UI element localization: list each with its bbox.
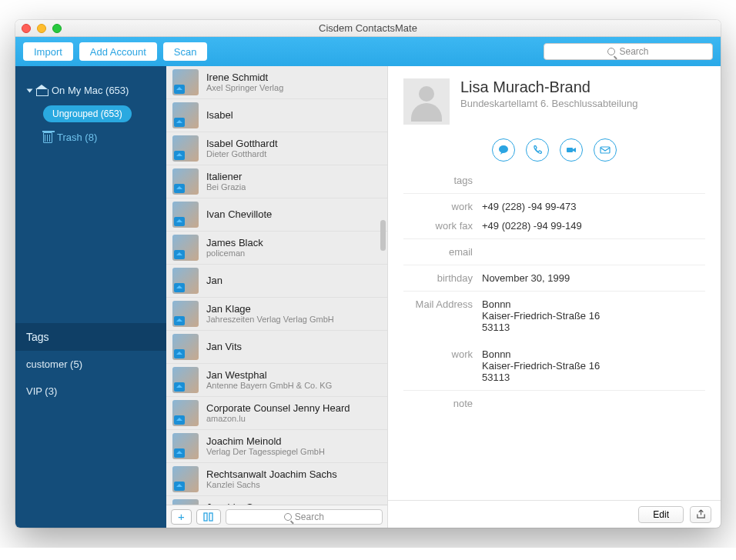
contact-row[interactable]: Joachim MeinoldVerlag Der Tagesspiegel G… xyxy=(166,430,387,463)
mail-icon xyxy=(600,145,611,155)
tag-item-customer[interactable]: customer (5) xyxy=(15,351,166,378)
avatar-thumbnail xyxy=(172,334,199,360)
field-label-note: note xyxy=(403,398,482,409)
list-footer: + Search xyxy=(166,505,387,528)
disclosure-icon xyxy=(27,88,33,92)
avatar-thumbnail xyxy=(172,168,199,195)
contact-row[interactable]: Jan KlageJahreszeiten Verlag Verlag GmbH xyxy=(166,298,387,331)
avatar xyxy=(403,78,450,125)
edit-button[interactable]: Edit xyxy=(638,506,684,523)
sidebar-group-on-my-mac[interactable]: On My Mac (653) xyxy=(23,80,159,101)
add-contact-button[interactable]: + xyxy=(171,509,192,525)
field-value-birthday: November 30, 1999 xyxy=(482,272,705,284)
avatar-thumbnail xyxy=(172,400,199,426)
columns-button[interactable] xyxy=(196,509,221,525)
email-button[interactable] xyxy=(594,138,617,162)
message-icon xyxy=(498,145,509,155)
share-button[interactable] xyxy=(690,506,711,523)
avatar-thumbnail xyxy=(172,135,199,162)
contact-row[interactable]: Ivan Chevillote xyxy=(166,198,387,232)
search-icon xyxy=(607,48,615,55)
titlebar: Cisdem ContactsMate xyxy=(15,20,721,37)
avatar-thumbnail xyxy=(172,268,199,294)
sidebar-group-label: On My Mac (653) xyxy=(52,85,129,96)
contact-row-name: Rechtsanwalt Joachim Sachs xyxy=(206,468,337,481)
contact-row[interactable]: Joachim SauerMedienBureau Biebel & Sauer xyxy=(166,496,387,505)
field-label-work: work xyxy=(403,201,482,212)
contact-row[interactable]: ItalienerBei Grazia xyxy=(166,165,387,198)
contact-row-name: Isabel xyxy=(206,109,233,122)
search-placeholder: Search xyxy=(619,46,648,57)
detail-pane: Lisa Murach-Brand Bundeskartellamt 6. Be… xyxy=(388,66,721,500)
contact-row[interactable]: Isabel GotthardtDieter Gotthardt xyxy=(166,132,387,165)
contact-row-sub: Dieter Gotthardt xyxy=(206,149,278,159)
field-label-tags: tags xyxy=(403,175,482,186)
contact-row[interactable]: Jan WestphalAntenne Bayern GmbH & Co. KG xyxy=(166,364,387,397)
contact-row-name: Jan Klage xyxy=(206,303,334,315)
contact-row[interactable]: Isabel xyxy=(166,99,387,132)
field-value-note xyxy=(482,398,705,409)
scrollbar-thumb[interactable] xyxy=(380,220,386,251)
phone-icon xyxy=(532,145,543,155)
contact-name: Lisa Murach-Brand xyxy=(460,78,638,96)
field-value-work-phone: +49 (228) -94 99-473 xyxy=(482,201,705,212)
sidebar-item-ungrouped[interactable]: Ungrouped (653) xyxy=(43,105,132,122)
message-button[interactable] xyxy=(492,138,515,162)
contact-row[interactable]: James Blackpoliceman xyxy=(166,232,387,265)
trash-icon xyxy=(43,132,52,143)
search-input[interactable]: Search xyxy=(544,43,713,60)
contact-row-name: Jan xyxy=(206,275,222,287)
field-value-work-fax: +49 (0228) -94 99-149 xyxy=(482,220,705,232)
field-value-tags xyxy=(482,175,705,186)
tag-item-vip[interactable]: VIP (3) xyxy=(15,378,166,405)
contact-row-name: Joachim Meinold xyxy=(206,435,325,448)
add-account-button[interactable]: Add Account xyxy=(79,42,157,61)
video-icon xyxy=(566,145,577,155)
sidebar-item-trash[interactable]: Trash (8) xyxy=(23,127,159,148)
field-value-email xyxy=(482,246,705,258)
list-search-input[interactable]: Search xyxy=(226,509,383,525)
contact-row-name: Jan Westphal xyxy=(206,369,332,382)
contact-row-sub: Bei Grazia xyxy=(206,182,246,192)
avatar-thumbnail xyxy=(172,235,199,261)
avatar-thumbnail xyxy=(172,102,199,128)
svg-rect-1 xyxy=(209,513,212,521)
contact-row-sub: Jahreszeiten Verlag Verlag GmbH xyxy=(206,315,334,325)
contact-row[interactable]: Irene SchmidtAxel Springer Verlag xyxy=(166,66,387,99)
contact-list[interactable]: Irene SchmidtAxel Springer VerlagIsabelI… xyxy=(166,66,387,505)
video-button[interactable] xyxy=(560,138,583,162)
home-icon xyxy=(36,86,47,95)
call-button[interactable] xyxy=(526,138,549,162)
contact-row[interactable]: Rechtsanwalt Joachim SachsKanzlei Sachs xyxy=(166,463,387,496)
search-icon xyxy=(284,513,292,521)
contact-row-name: James Black xyxy=(206,237,263,249)
sidebar: On My Mac (653) Ungrouped (653) Trash (8… xyxy=(15,66,166,528)
scan-button[interactable]: Scan xyxy=(163,42,208,61)
contact-row-sub: Verlag Der Tagesspiegel GmbH xyxy=(206,447,325,457)
field-label-birthday: birthday xyxy=(403,272,482,284)
field-label-workfax: work fax xyxy=(403,220,482,232)
contact-org: Bundeskartellamt 6. Beschlussabteilung xyxy=(460,98,638,109)
svg-point-2 xyxy=(499,145,508,153)
contact-row-sub: Kanzlei Sachs xyxy=(206,480,337,490)
contact-row[interactable]: Jan Vits xyxy=(166,331,387,364)
field-label-mailaddr: Mail Address xyxy=(403,298,482,333)
sidebar-trash-label: Trash (8) xyxy=(57,132,97,143)
contact-row-sub: policeman xyxy=(206,248,263,258)
import-button[interactable]: Import xyxy=(23,42,73,61)
svg-rect-3 xyxy=(567,148,573,152)
svg-rect-0 xyxy=(204,513,207,521)
field-label-workaddr: work xyxy=(403,348,482,383)
avatar-thumbnail xyxy=(172,367,199,393)
tags-header: Tags xyxy=(15,323,166,351)
app-window: Cisdem ContactsMate Import Add Account S… xyxy=(15,20,721,528)
contact-row-name: Corporate Counsel Jenny Heard xyxy=(206,402,350,415)
toolbar: Import Add Account Scan Search xyxy=(15,37,721,66)
avatar-thumbnail xyxy=(172,433,199,459)
contact-list-pane: Irene SchmidtAxel Springer VerlagIsabelI… xyxy=(166,66,388,528)
contact-row[interactable]: Jan xyxy=(166,265,387,298)
avatar-thumbnail xyxy=(172,69,199,95)
list-search-placeholder: Search xyxy=(295,512,324,522)
avatar-thumbnail xyxy=(172,301,199,327)
contact-row[interactable]: Corporate Counsel Jenny Heardamazon.lu xyxy=(166,397,387,430)
